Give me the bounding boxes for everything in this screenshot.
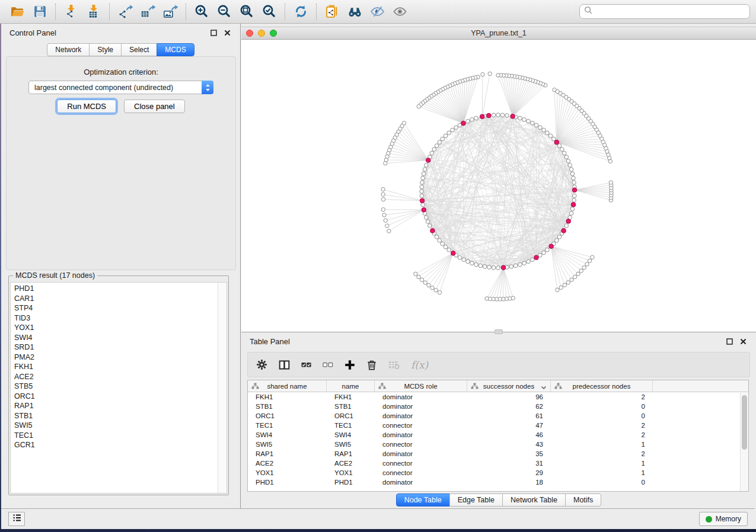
mcds-result-item[interactable]: SWI5 (14, 421, 227, 431)
column-header-name[interactable]: name (327, 380, 375, 392)
column-header-predecessor-nodes[interactable]: predecessor nodes (551, 380, 653, 392)
save-session-icon (33, 4, 47, 19)
cell-MCDS-role: dominator (375, 393, 467, 400)
tab-network[interactable]: Network (47, 43, 90, 56)
mcds-result-item[interactable]: STB5 (14, 382, 227, 392)
optimization-criterion-select[interactable]: largest connected component (undirected) (28, 81, 213, 94)
zoom-out-button[interactable] (215, 3, 234, 21)
close-table-panel-button[interactable] (738, 337, 748, 347)
network-graph[interactable] (241, 40, 756, 332)
table-row[interactable]: FKH1FKH1dominator962 (248, 392, 748, 402)
tab-edge-table[interactable]: Edge Table (449, 493, 503, 507)
mcds-result-item[interactable]: RAP1 (14, 401, 227, 411)
tab-network-table[interactable]: Network Table (502, 493, 566, 507)
search-input[interactable] (593, 7, 745, 17)
delete-table-button[interactable] (388, 360, 400, 370)
toolbar-separator (55, 4, 56, 20)
run-mcds-button[interactable]: Run MCDS (57, 100, 116, 113)
mcds-result-item[interactable]: SRD1 (14, 342, 227, 352)
zoom-selected-button[interactable] (260, 3, 279, 21)
cell-name: RAP1 (327, 450, 375, 457)
float-panel-button[interactable] (209, 28, 218, 38)
tab-node-table[interactable]: Node Table (396, 493, 450, 507)
network-from-selection-button[interactable] (323, 3, 342, 21)
tab-motifs[interactable]: Motifs (565, 493, 601, 507)
close-panel-button-mcds[interactable]: Close panel (124, 100, 185, 113)
table-row[interactable]: RAP1RAP1dominator352 (248, 449, 748, 459)
table-row[interactable]: SWI5SWI5connector431 (248, 440, 748, 449)
mcds-list-scrollbar[interactable] (218, 283, 227, 493)
select-all-checkboxes-button[interactable] (301, 360, 311, 370)
table-row[interactable]: STB1STB1dominator620 (248, 402, 748, 411)
tab-style[interactable]: Style (89, 43, 122, 56)
deselect-all-checkboxes-button[interactable] (323, 360, 333, 370)
panel-resize-grip[interactable] (495, 329, 503, 334)
export-network-button[interactable] (116, 3, 135, 21)
mcds-result-item[interactable]: SWI4 (14, 333, 227, 343)
float-table-panel-button[interactable] (725, 337, 734, 347)
column-header-shared-name[interactable]: shared name (248, 380, 327, 392)
table-row[interactable]: ACE2ACE2connector311 (248, 459, 748, 468)
close-panel-button[interactable] (222, 28, 232, 38)
cell-successor-nodes: 96 (467, 393, 551, 400)
mcds-result-item[interactable]: TID3 (14, 313, 227, 323)
table-scrollbar[interactable] (740, 393, 748, 491)
apply-function-button[interactable]: f(x) (411, 359, 428, 371)
table-row[interactable]: TEC1TEC1connector472 (248, 421, 748, 430)
table-row[interactable]: ORC1ORC1dominator610 (248, 411, 748, 421)
add-row-button[interactable] (344, 360, 355, 370)
mcds-result-item[interactable]: STB1 (14, 411, 227, 421)
column-header-MCDS-role[interactable]: MCDS role (375, 380, 467, 392)
mcds-result-item[interactable]: FKH1 (14, 362, 227, 372)
mcds-result-item[interactable]: STP4 (14, 303, 227, 313)
import-network-button[interactable] (62, 3, 81, 21)
import-table-button[interactable] (84, 3, 103, 21)
cell-shared-name: STB1 (248, 403, 327, 410)
cell-name: ACE2 (327, 460, 375, 467)
mcds-result-item[interactable]: PMA2 (14, 352, 227, 363)
table-options-gear-button[interactable] (256, 359, 267, 370)
mcds-result-item[interactable]: YOX1 (14, 323, 227, 333)
mcds-result-item[interactable]: ACE2 (14, 372, 227, 382)
mcds-result-item[interactable]: ORC1 (14, 392, 227, 402)
refresh-view-button[interactable] (291, 3, 310, 21)
show-column-button[interactable] (279, 360, 290, 370)
hide-details-button[interactable] (368, 3, 387, 21)
mcds-result-item[interactable]: PHD1 (14, 284, 227, 294)
memory-button[interactable]: Memory (699, 512, 748, 526)
save-session-button[interactable] (30, 3, 49, 21)
search-network-button[interactable] (345, 3, 364, 21)
table-row[interactable]: PHD1PHD1dominator180 (248, 477, 748, 487)
zoom-fit-button[interactable] (237, 3, 256, 21)
cell-MCDS-role: dominator (375, 479, 467, 486)
network-canvas[interactable] (241, 40, 756, 332)
cell-name: TEC1 (327, 422, 375, 429)
table-header-row: shared namenameMCDS rolesuccessor nodesp… (248, 380, 748, 392)
open-file-button[interactable] (8, 3, 27, 21)
control-panel-tabs: NetworkStyleSelectMCDS (1, 43, 240, 56)
network-window-titlebar[interactable]: YPA_prune.txt_1 (241, 27, 756, 40)
mcds-result-item[interactable]: GCR1 (14, 440, 227, 450)
column-header-successor-nodes[interactable]: successor nodes (467, 380, 551, 392)
zoom-in-button[interactable] (192, 3, 211, 21)
delete-row-button[interactable] (366, 359, 377, 370)
table-row[interactable]: SWI4SWI4dominator462 (248, 430, 748, 440)
export-image-button[interactable] (161, 3, 180, 21)
tab-select[interactable]: Select (121, 43, 157, 56)
column-mapping-icon (251, 383, 259, 389)
table-row[interactable]: YOX1YOX1connector291 (248, 468, 748, 477)
task-history-button[interactable] (8, 512, 25, 526)
search-box[interactable] (579, 4, 750, 19)
table-scrollbar-thumb[interactable] (742, 395, 747, 450)
mcds-result-list[interactable]: PHD1CAR1STP4TID3YOX1SWI4SRD1PMA2FKH1ACE2… (10, 282, 227, 493)
cell-shared-name: SWI4 (248, 431, 327, 438)
zoom-out-icon (217, 4, 232, 19)
cell-successor-nodes: 46 (467, 431, 551, 438)
cell-MCDS-role: connector (375, 460, 467, 467)
mcds-result-item[interactable]: CAR1 (14, 294, 227, 304)
tab-mcds[interactable]: MCDS (157, 43, 194, 56)
mcds-result-item[interactable]: TEC1 (14, 431, 227, 441)
show-graphics-button[interactable] (390, 3, 409, 21)
export-table-button[interactable] (138, 3, 157, 21)
table-panel-title: Table Panel (250, 337, 290, 346)
